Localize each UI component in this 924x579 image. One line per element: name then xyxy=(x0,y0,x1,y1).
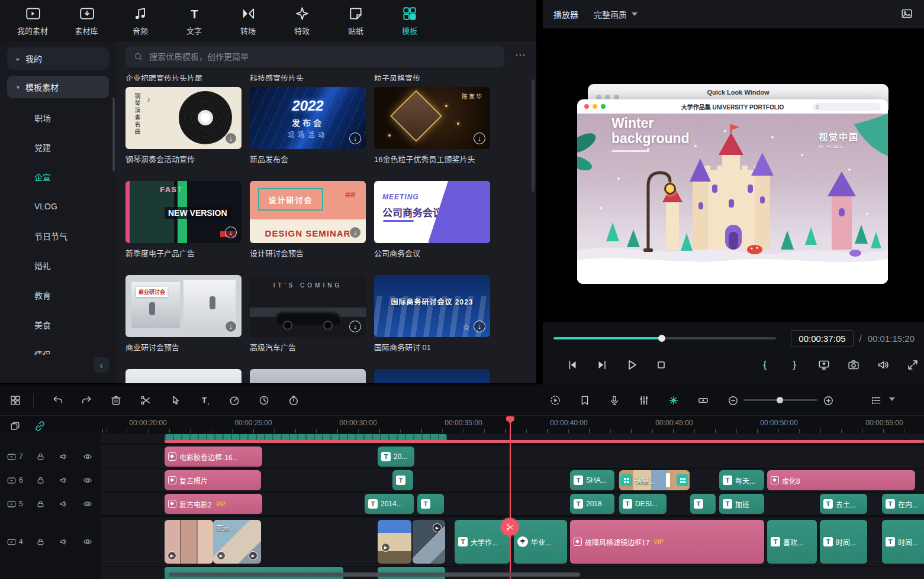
download-icon[interactable]: ↓ xyxy=(474,227,485,238)
download-icon[interactable]: ↓ xyxy=(349,227,361,238)
track-manager-button[interactable] xyxy=(868,392,884,409)
timeline-zoom-slider[interactable] xyxy=(743,399,817,401)
lock-track-button[interactable] xyxy=(28,538,52,546)
render-preview-button[interactable] xyxy=(547,392,564,409)
sidebar-group-templates[interactable]: ▾ 模板素材 xyxy=(7,76,109,98)
zoom-slider-handle[interactable] xyxy=(777,397,783,403)
timeline-clip[interactable]: T每天... xyxy=(719,470,764,490)
magic-tool-button[interactable] xyxy=(665,392,682,409)
download-icon[interactable]: ↓ xyxy=(349,321,361,332)
overlay-track-button[interactable] xyxy=(7,419,22,433)
favorite-icon[interactable]: ☆ xyxy=(462,322,470,332)
zoom-in-button[interactable] xyxy=(820,392,836,409)
hide-track-button[interactable] xyxy=(76,537,99,546)
timeline-clip[interactable]: T2014... xyxy=(365,494,414,514)
template-thumbnail[interactable]: 陈家华 ↓ xyxy=(374,87,490,149)
collapse-sidebar-button[interactable]: ‹ xyxy=(94,357,109,373)
chevron-down-icon[interactable] xyxy=(889,397,895,401)
template-thumbnail[interactable]: 钢琴演奏名曲 ♪ ↓ xyxy=(125,87,242,149)
previous-frame-button[interactable] xyxy=(562,355,582,375)
timeline-clip[interactable]: T xyxy=(690,494,716,514)
video-clip[interactable]: ▶ xyxy=(413,520,445,564)
quick-text-button[interactable]: T xyxy=(197,392,213,409)
preview-settings-button[interactable] xyxy=(900,7,913,22)
template-thumbnail[interactable]: 商业研讨会 ↓ xyxy=(125,275,242,337)
delete-button[interactable] xyxy=(108,392,124,409)
audio-adjust-button[interactable] xyxy=(226,392,243,409)
tab-text[interactable]: T 文字 xyxy=(173,6,215,36)
playback-progress-bar[interactable] xyxy=(553,337,776,339)
sidebar-item-workplace[interactable]: 职场 xyxy=(0,103,116,132)
timeline-horizontal-scrollbar[interactable] xyxy=(169,572,580,577)
timeline-clip[interactable]: T加班 xyxy=(719,494,764,514)
undo-button[interactable] xyxy=(50,392,66,409)
template-thumbnail-partial[interactable] xyxy=(125,369,242,383)
timeline-clip[interactable]: TDESI... xyxy=(619,494,667,514)
timeline-clip[interactable]: T20... xyxy=(378,447,414,467)
timeline-clip[interactable]: T在内... xyxy=(882,494,924,514)
video-clip[interactable]: ▶ xyxy=(165,520,213,564)
link-clips-button[interactable] xyxy=(32,419,47,433)
timeline-clip[interactable]: 复古电影2VIP xyxy=(165,494,262,514)
mute-track-button[interactable] xyxy=(52,499,76,509)
mark-out-button[interactable]: } xyxy=(784,355,804,375)
quality-dropdown[interactable]: 完整画质 xyxy=(594,8,638,20)
media-panel-toggle-button[interactable] xyxy=(7,392,24,409)
mark-in-button[interactable]: { xyxy=(755,355,775,375)
adjustment-clip[interactable]: 调整... xyxy=(619,470,690,490)
download-icon[interactable]: ↓ xyxy=(474,321,485,332)
snapshot-button[interactable] xyxy=(843,355,864,375)
progress-handle[interactable] xyxy=(658,335,665,342)
timeline-clip[interactable]: T时间... xyxy=(882,520,924,564)
redo-button[interactable] xyxy=(78,392,95,409)
template-thumbnail[interactable]: 设计研讨会 ## DESIGN SEMINAR ↓ xyxy=(250,181,366,243)
more-options-button[interactable]: ⋯ xyxy=(515,50,527,60)
step-forward-button[interactable] xyxy=(592,355,612,375)
timeline-clip[interactable]: 毕业... xyxy=(514,520,567,564)
speed-button[interactable] xyxy=(256,392,272,409)
timeline-clip[interactable]: T2018 xyxy=(570,494,614,514)
track-7-lane[interactable]: 电影胶卷边框-16... T20... xyxy=(101,445,924,468)
select-tool-button[interactable] xyxy=(167,392,183,409)
tab-stickers[interactable]: 贴纸 xyxy=(335,6,376,36)
timeline-clip[interactable]: 故障风格滤镜边框17VIP xyxy=(570,520,764,564)
search-input[interactable] xyxy=(149,52,496,62)
lock-track-button[interactable] xyxy=(28,500,52,509)
tab-templates[interactable]: 模板 xyxy=(389,6,430,36)
bookmark-button[interactable] xyxy=(577,392,593,409)
download-icon[interactable]: ↓ xyxy=(225,321,237,332)
timeline-clip[interactable]: 复古照片 xyxy=(165,470,261,490)
content-scrollbar[interactable] xyxy=(532,79,535,192)
timer-button[interactable] xyxy=(285,392,302,409)
audio-mixer-button[interactable] xyxy=(636,392,652,409)
tab-library[interactable]: 素材库 xyxy=(66,6,107,36)
sidebar-item-wedding[interactable]: 婚礼 xyxy=(0,251,116,280)
video-clip[interactable]: 亚洲... ▶ ▶ xyxy=(213,520,261,564)
download-icon[interactable]: ↓ xyxy=(474,132,485,144)
sidebar-item-education[interactable]: 教育 xyxy=(0,280,116,310)
template-thumbnail[interactable]: MEETING 公司商务会议 ↓ xyxy=(374,181,490,243)
timeline-clip[interactable]: 电影胶卷边框-16... xyxy=(165,447,262,467)
track-overview-line[interactable] xyxy=(165,440,924,443)
volume-button[interactable] xyxy=(873,355,893,375)
video-clip[interactable]: ▶ xyxy=(378,520,411,564)
mute-track-button[interactable] xyxy=(52,537,76,546)
keyframe-button[interactable] xyxy=(695,392,711,409)
timeline-clip[interactable]: T去土... xyxy=(820,494,867,514)
sidebar-item-party[interactable]: 党建 xyxy=(0,132,116,162)
zoom-out-button[interactable] xyxy=(725,392,741,409)
preview-viewport[interactable]: Quick Look Window 大学作品集 UNIVERSITY PORTF… xyxy=(543,28,924,322)
timeline-clip[interactable]: T xyxy=(417,494,444,514)
sidebar-group-mine[interactable]: ▸ 我的 xyxy=(7,47,109,70)
mirror-display-button[interactable] xyxy=(814,355,834,375)
download-icon[interactable]: ↓ xyxy=(349,132,361,144)
track-6-lane[interactable]: 复古照片 T TSHA... 调整... T每天... 虚化8 xyxy=(101,469,924,491)
sidebar-item-corporate[interactable]: 企宣 xyxy=(0,162,116,192)
download-icon[interactable]: ↓ xyxy=(225,132,237,144)
tab-audio[interactable]: 音频 xyxy=(120,6,161,36)
template-thumbnail[interactable]: FAST NEW VERSION ↓ xyxy=(125,181,242,243)
sidebar-item-vlog[interactable]: VLOG xyxy=(0,192,116,221)
timeline-clip[interactable]: T xyxy=(392,470,413,490)
hide-track-button[interactable] xyxy=(76,452,99,461)
hide-track-button[interactable] xyxy=(76,499,99,509)
